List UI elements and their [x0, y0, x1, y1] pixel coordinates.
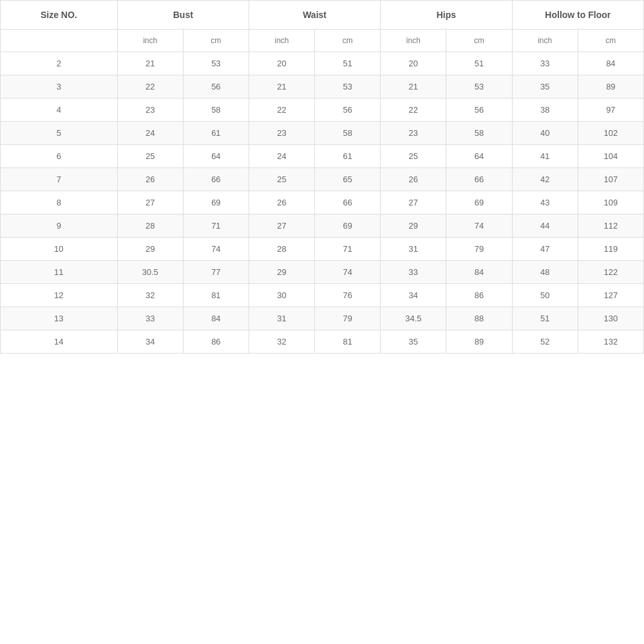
cell-htf-inch: 41 [512, 145, 578, 168]
cell-waist-inch: 30 [249, 284, 314, 307]
cell-size: 5 [1, 122, 118, 145]
cell-size: 11 [1, 261, 118, 284]
header-hollow-to-floor: Hollow to Floor [512, 1, 643, 30]
cell-htf-inch: 48 [512, 261, 578, 284]
cell-bust-cm: 69 [183, 191, 249, 214]
cell-hips-cm: 69 [446, 191, 512, 214]
cell-size: 12 [1, 284, 118, 307]
cell-waist-inch: 21 [249, 75, 314, 99]
cell-bust-cm: 84 [183, 307, 249, 330]
cell-waist-cm: 61 [315, 145, 381, 168]
cell-bust-cm: 81 [183, 284, 249, 307]
cell-hips-inch: 35 [381, 330, 446, 354]
table-row: 928712769297444112 [1, 214, 644, 238]
header-htf-cm: cm [578, 30, 643, 52]
cell-htf-cm: 104 [578, 145, 643, 168]
cell-hips-cm: 88 [446, 307, 512, 330]
cell-size: 13 [1, 307, 118, 330]
cell-waist-inch: 28 [249, 238, 314, 261]
cell-htf-inch: 47 [512, 238, 578, 261]
cell-hips-cm: 79 [446, 238, 512, 261]
cell-hips-inch: 27 [381, 191, 446, 214]
cell-waist-inch: 25 [249, 168, 314, 191]
cell-bust-cm: 77 [183, 261, 249, 284]
header-size-no: Size NO. [1, 1, 118, 30]
cell-size: 10 [1, 238, 118, 261]
cell-waist-inch: 20 [249, 52, 314, 75]
cell-bust-cm: 58 [183, 99, 249, 122]
cell-bust-inch: 33 [117, 307, 183, 330]
cell-waist-inch: 29 [249, 261, 314, 284]
cell-size: 6 [1, 145, 118, 168]
cell-hips-cm: 53 [446, 75, 512, 99]
cell-htf-cm: 102 [578, 122, 643, 145]
cell-htf-cm: 122 [578, 261, 643, 284]
cell-waist-cm: 56 [315, 99, 381, 122]
table-row: 1130.5772974338448122 [1, 261, 644, 284]
cell-htf-cm: 97 [578, 99, 643, 122]
cell-htf-cm: 109 [578, 191, 643, 214]
cell-waist-inch: 27 [249, 214, 314, 238]
header-bust-cm: cm [183, 30, 249, 52]
table-row: 827692666276943109 [1, 191, 644, 214]
cell-bust-inch: 32 [117, 284, 183, 307]
cell-size: 7 [1, 168, 118, 191]
cell-waist-cm: 81 [315, 330, 381, 354]
cell-bust-cm: 71 [183, 214, 249, 238]
table-row: 726662565266642107 [1, 168, 644, 191]
cell-hips-inch: 26 [381, 168, 446, 191]
cell-hips-cm: 56 [446, 99, 512, 122]
cell-hips-inch: 34 [381, 284, 446, 307]
cell-bust-cm: 74 [183, 238, 249, 261]
cell-hips-inch: 29 [381, 214, 446, 238]
cell-htf-cm: 89 [578, 75, 643, 99]
cell-waist-cm: 53 [315, 75, 381, 99]
cell-bust-inch: 23 [117, 99, 183, 122]
cell-waist-inch: 31 [249, 307, 314, 330]
cell-waist-cm: 69 [315, 214, 381, 238]
cell-hips-cm: 89 [446, 330, 512, 354]
cell-waist-cm: 74 [315, 261, 381, 284]
cell-htf-cm: 130 [578, 307, 643, 330]
cell-bust-inch: 27 [117, 191, 183, 214]
cell-hips-inch: 25 [381, 145, 446, 168]
table-row: 32256215321533589 [1, 75, 644, 99]
table-row: 625642461256441104 [1, 145, 644, 168]
cell-htf-inch: 35 [512, 75, 578, 99]
cell-htf-inch: 43 [512, 191, 578, 214]
cell-hips-inch: 34.5 [381, 307, 446, 330]
cell-htf-inch: 38 [512, 99, 578, 122]
cell-htf-cm: 119 [578, 238, 643, 261]
header-waist-inch: inch [249, 30, 314, 52]
cell-htf-cm: 127 [578, 284, 643, 307]
cell-htf-inch: 40 [512, 122, 578, 145]
header-hips-cm: cm [446, 30, 512, 52]
cell-htf-cm: 112 [578, 214, 643, 238]
cell-hips-inch: 33 [381, 261, 446, 284]
cell-bust-cm: 64 [183, 145, 249, 168]
cell-hips-cm: 64 [446, 145, 512, 168]
cell-bust-cm: 66 [183, 168, 249, 191]
cell-hips-inch: 20 [381, 52, 446, 75]
cell-size: 9 [1, 214, 118, 238]
cell-waist-inch: 32 [249, 330, 314, 354]
cell-bust-cm: 56 [183, 75, 249, 99]
header-htf-inch: inch [512, 30, 578, 52]
header-unit-empty [1, 30, 118, 52]
cell-bust-inch: 24 [117, 122, 183, 145]
cell-hips-inch: 31 [381, 238, 446, 261]
cell-htf-cm: 84 [578, 52, 643, 75]
table-row: 1029742871317947119 [1, 238, 644, 261]
cell-bust-inch: 29 [117, 238, 183, 261]
cell-hips-cm: 51 [446, 52, 512, 75]
cell-htf-inch: 51 [512, 307, 578, 330]
table-body: 2215320512051338432256215321533589423582… [1, 52, 644, 354]
cell-size: 14 [1, 330, 118, 354]
cell-hips-inch: 21 [381, 75, 446, 99]
cell-bust-inch: 30.5 [117, 261, 183, 284]
size-chart-table: Size NO. Bust Waist Hips Hollow to Floor… [0, 0, 644, 354]
cell-htf-inch: 42 [512, 168, 578, 191]
cell-waist-cm: 71 [315, 238, 381, 261]
cell-bust-inch: 22 [117, 75, 183, 99]
table-row: 42358225622563897 [1, 99, 644, 122]
